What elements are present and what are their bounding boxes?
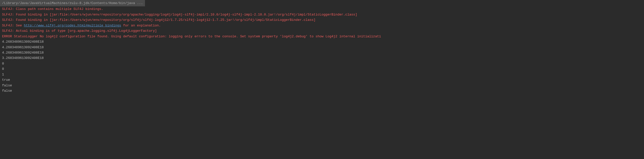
console-line: 4.2683489613092408E18 bbox=[0, 45, 644, 50]
console-line: SLF4J: Actual binding is of type [org.ap… bbox=[0, 28, 644, 34]
console-line: SLF4J: Found binding in [jar:file:/Users… bbox=[0, 17, 644, 23]
error-text-suffix: for an explanation. bbox=[121, 24, 161, 27]
output-text: 0 bbox=[2, 67, 4, 71]
error-text: SLF4J: Found binding in [jar:file:/Users… bbox=[2, 18, 316, 22]
console-line: SLF4J: See http://www.slf4j.org/codes.ht… bbox=[0, 23, 644, 28]
error-text: SLF4J: Class path contains multiple SLF4… bbox=[2, 7, 103, 11]
console-line: 4.2683489613092408E18 bbox=[0, 50, 644, 55]
command-header: /Library/Java/JavaVirtualMachines/zulu-8… bbox=[0, 0, 145, 6]
error-link[interactable]: http://www.slf4j.org/codes.html#multiple… bbox=[24, 24, 121, 27]
console-output: /Library/Java/JavaVirtualMachines/zulu-8… bbox=[0, 0, 644, 93]
output-text: false bbox=[2, 84, 12, 87]
output-text: 4.2683489613092408E18 bbox=[2, 51, 44, 55]
console-line: 0 bbox=[0, 61, 644, 66]
console-line: SLF4J: Found binding in [jar:file:/Users… bbox=[0, 12, 644, 17]
output-text: 4.2683489613092408E18 bbox=[2, 45, 44, 49]
console-line: false bbox=[0, 83, 644, 88]
output-text: true bbox=[2, 78, 10, 82]
output-text: 1 bbox=[2, 73, 4, 76]
error-text-prefix: SLF4J: See bbox=[2, 24, 24, 27]
console-line: 0 bbox=[0, 66, 644, 72]
output-text: 0 bbox=[2, 62, 4, 66]
console-line: true bbox=[0, 77, 644, 83]
console-line: 3.2683489613092408E18 bbox=[0, 55, 644, 61]
console-line: 1 bbox=[0, 72, 644, 77]
error-text: ERROR StatusLogger No log4j2 configurati… bbox=[2, 35, 381, 38]
output-text: 3.2683489613092408E18 bbox=[2, 56, 44, 60]
console-lines: SLF4J: Class path contains multiple SLF4… bbox=[0, 6, 644, 93]
console-line: false bbox=[0, 88, 644, 93]
command-text: /Library/Java/JavaVirtualMachines/zulu-8… bbox=[2, 1, 143, 5]
error-text: SLF4J: Found binding in [jar:file:/Users… bbox=[2, 13, 357, 17]
console-line: ERROR StatusLogger No log4j2 configurati… bbox=[0, 34, 644, 39]
output-text: false bbox=[2, 89, 12, 93]
error-text: SLF4J: Actual binding is of type [org.ap… bbox=[2, 29, 157, 33]
console-line: SLF4J: Class path contains multiple SLF4… bbox=[0, 6, 644, 12]
console-line: 4.2683489613092408E18 bbox=[0, 39, 644, 44]
output-text: 4.2683489613092408E18 bbox=[2, 40, 44, 44]
